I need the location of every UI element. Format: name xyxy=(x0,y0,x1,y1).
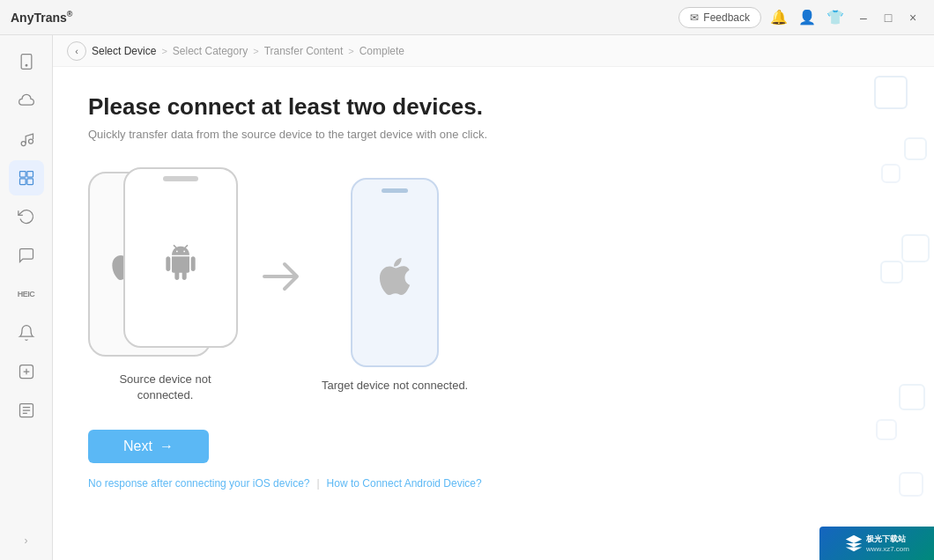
help-links: No response after connecting your iOS de… xyxy=(88,477,899,490)
svg-point-3 xyxy=(28,139,33,144)
app-branding: AnyTrans® xyxy=(11,10,72,25)
window-controls: – □ × xyxy=(853,7,923,28)
android-help-link[interactable]: How to Connect Android Device? xyxy=(327,477,482,490)
shirt-icon[interactable]: 👕 xyxy=(825,7,846,28)
feedback-mail-icon: ✉ xyxy=(690,11,699,24)
back-button[interactable]: ‹ xyxy=(67,41,86,61)
close-button[interactable]: × xyxy=(902,7,923,28)
user-icon[interactable]: 👤 xyxy=(797,7,818,28)
sidebar-item-transfer[interactable] xyxy=(9,160,44,195)
ios-help-link[interactable]: No response after connecting your iOS de… xyxy=(88,477,309,490)
svg-rect-6 xyxy=(19,179,26,185)
breadcrumb-sep-3: > xyxy=(348,46,353,56)
breadcrumb: ‹ Select Device > Select Category > Tran… xyxy=(53,35,934,67)
main-content: Please connect at least two devices. Qui… xyxy=(53,67,934,560)
target-apple-icon xyxy=(376,258,413,295)
sidebar-item-bell[interactable] xyxy=(9,315,44,350)
notification-icon[interactable]: 🔔 xyxy=(768,7,789,28)
target-device-container: Target device not connected. xyxy=(322,178,468,394)
breadcrumb-sep-1: > xyxy=(161,46,167,56)
breadcrumb-step-1: Select Device xyxy=(92,45,156,57)
source-phone-front xyxy=(123,167,238,348)
sidebar: HEIC › xyxy=(0,35,53,560)
svg-rect-4 xyxy=(19,172,26,178)
page-title: Please connect at least two devices. xyxy=(88,93,899,121)
sidebar-item-chat[interactable] xyxy=(9,238,44,273)
maximize-button[interactable]: □ xyxy=(878,7,899,28)
sidebar-item-cloud[interactable] xyxy=(9,83,44,118)
watermark: 极光下载站 www.xz7.com xyxy=(819,527,934,560)
source-device-container: Source device not connected. xyxy=(88,167,242,403)
next-button[interactable]: Next → xyxy=(88,430,209,463)
transfer-arrow-icon xyxy=(260,259,304,294)
svg-rect-5 xyxy=(26,172,33,178)
svg-point-1 xyxy=(26,64,27,66)
android-icon xyxy=(163,245,198,280)
sidebar-item-notes[interactable] xyxy=(9,393,44,428)
feedback-button[interactable]: ✉ Feedback xyxy=(678,7,761,28)
help-link-separator: | xyxy=(316,477,319,490)
phone-notch xyxy=(163,176,198,181)
minimize-button[interactable]: – xyxy=(853,7,874,28)
sidebar-item-device[interactable] xyxy=(9,44,44,79)
watermark-url: www.xz7.com xyxy=(866,545,909,553)
target-phone xyxy=(351,178,439,367)
sidebar-bottom: › xyxy=(9,530,44,551)
sidebar-item-heic[interactable]: HEIC xyxy=(9,276,44,312)
sidebar-expand-button[interactable]: › xyxy=(9,530,44,551)
svg-rect-0 xyxy=(21,55,32,70)
sidebar-item-appstore[interactable] xyxy=(9,354,44,389)
breadcrumb-step-2: Select Category xyxy=(173,45,248,57)
back-chevron-icon: ‹ xyxy=(75,46,78,56)
source-device-label: Source device not connected. xyxy=(119,372,211,403)
watermark-icon xyxy=(844,534,864,553)
content-area: ‹ Select Device > Select Category > Tran… xyxy=(53,35,934,560)
watermark-text: 极光下载站 xyxy=(866,534,906,545)
breadcrumb-step-4: Complete xyxy=(360,45,404,57)
next-arrow-icon: → xyxy=(159,438,174,454)
title-bar: AnyTrans® ✉ Feedback 🔔 👤 👕 – □ × xyxy=(0,0,934,35)
breadcrumb-step-3: Transfer Content xyxy=(264,45,344,57)
title-bar-controls: ✉ Feedback 🔔 👤 👕 – □ × xyxy=(678,7,923,28)
sidebar-item-music[interactable] xyxy=(9,122,44,157)
app-body: HEIC › ‹ Select Device > Select Category… xyxy=(0,35,934,560)
app-title: AnyTrans® xyxy=(11,10,72,25)
svg-rect-7 xyxy=(26,179,33,185)
devices-illustration: Source device not connected. xyxy=(88,167,899,403)
target-device-label: Target device not connected. xyxy=(322,378,468,394)
source-phones xyxy=(88,167,242,361)
next-label: Next xyxy=(123,438,152,454)
sidebar-item-history[interactable] xyxy=(9,199,44,234)
target-phone-notch xyxy=(382,188,408,193)
svg-point-2 xyxy=(21,142,26,146)
breadcrumb-sep-2: > xyxy=(253,46,258,56)
page-subtitle: Quickly transfer data from the source de… xyxy=(88,128,899,141)
